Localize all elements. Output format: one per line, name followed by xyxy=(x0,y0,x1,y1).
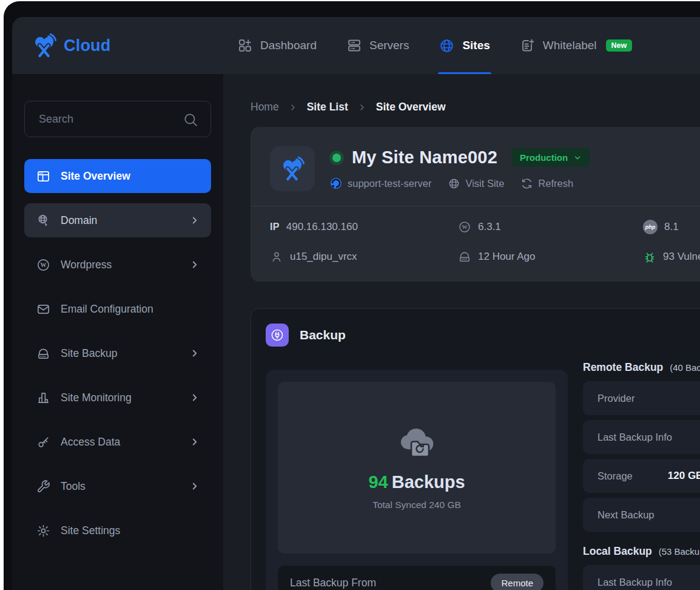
remote-row-last-backup-info[interactable]: Last Backup Info xyxy=(583,420,700,454)
chevron-right-icon xyxy=(189,348,200,359)
backup-synced: Total Synced 240 GB xyxy=(372,500,461,510)
sidebar-item-label: Site Overview xyxy=(61,170,130,183)
refresh-icon xyxy=(521,178,533,189)
sidebar-item-label: Wordpress xyxy=(61,259,112,271)
site-overview-card: My Site Name002 Production xyxy=(251,127,700,282)
row-label: Last Backup Info xyxy=(597,577,672,588)
sidebar-item-domain[interactable]: Domain xyxy=(24,203,211,237)
sidebar-item-access-data[interactable]: Access Data xyxy=(24,425,211,459)
app-frame: Cloud Dashboard xyxy=(12,17,700,590)
breadcrumb-home[interactable]: Home xyxy=(251,101,279,114)
globe-icon xyxy=(448,178,460,189)
backup-drive-icon xyxy=(36,347,50,361)
breadcrumb-current: Site Overview xyxy=(376,101,446,114)
search-box xyxy=(24,101,211,137)
sidebar-item-email-configuration[interactable]: Email Configuration xyxy=(24,292,211,326)
dashboard-icon xyxy=(238,38,252,53)
wrench-icon xyxy=(36,480,50,493)
nav-sites[interactable]: Sites xyxy=(439,17,490,74)
php-version-value: 8.1 xyxy=(664,221,679,233)
chevron-right-icon xyxy=(357,103,367,112)
xcloud-logo-icon xyxy=(30,33,58,58)
vulnerabilities-value: 93 Vulnerabilities xyxy=(663,251,700,263)
site-overview-icon xyxy=(36,169,50,183)
sidebar-item-site-monitoring[interactable]: Site Monitoring xyxy=(24,381,211,415)
sidebar-item-site-backup[interactable]: Site Backup xyxy=(24,336,211,370)
backup-plug-icon xyxy=(266,324,289,347)
refresh-label: Refresh xyxy=(538,178,573,189)
sidebar: Site Overview Domain xyxy=(12,74,223,590)
environment-badge[interactable]: Production xyxy=(512,148,590,167)
environment-label: Production xyxy=(520,152,568,163)
server-name: support-test-server xyxy=(348,178,431,189)
remote-backup-title: Remote Backup xyxy=(583,361,663,373)
remote-row-storage[interactable]: Storage 120 GB xyxy=(583,459,700,493)
row-label: Last Backup Info xyxy=(597,432,672,443)
sidebar-item-label: Tools xyxy=(61,480,86,493)
remote-backup-count: (40 Backups) xyxy=(670,362,700,373)
stat-db-user: u15_dipu_vrcx xyxy=(270,250,458,263)
ip-value: 490.16.130.160 xyxy=(286,221,358,233)
nav-label: Whitelabel xyxy=(543,39,597,52)
backup-summary-panel: 94Backups Total Synced 240 GB xyxy=(278,382,556,554)
user-icon xyxy=(270,250,283,263)
storage-value: 120 GB xyxy=(668,470,700,482)
domain-icon xyxy=(36,214,50,228)
breadcrumb-site-list[interactable]: Site List xyxy=(307,101,348,114)
bug-icon xyxy=(643,250,656,263)
key-icon xyxy=(36,435,50,449)
chevron-right-icon xyxy=(189,436,200,447)
nav-dashboard[interactable]: Dashboard xyxy=(238,17,317,74)
row-label: Storage xyxy=(597,470,633,482)
brand-logo[interactable]: Cloud xyxy=(12,17,223,74)
cloud-folder-icon xyxy=(395,425,438,460)
stat-wp-version: W 6.3.1 xyxy=(458,220,643,234)
chevron-right-icon xyxy=(189,481,200,492)
search-icon[interactable] xyxy=(183,112,198,127)
site-stats: IP 490.16.130.160 W 6.3.1 xyxy=(251,206,700,282)
local-backup-count: (53 Backups) xyxy=(659,546,700,557)
gear-icon xyxy=(36,524,50,538)
refresh-button[interactable]: Refresh xyxy=(521,178,573,189)
nav-label: Dashboard xyxy=(260,39,317,52)
backup-drive-icon xyxy=(458,250,471,263)
wp-version-value: 6.3.1 xyxy=(478,221,501,233)
nav-label: Sites xyxy=(462,39,490,52)
server-link[interactable]: support-test-server xyxy=(330,177,431,189)
backup-summary-card: 94Backups Total Synced 240 GB Last Backu… xyxy=(266,370,568,590)
brand-name: Cloud xyxy=(64,36,110,55)
sidebar-item-site-settings[interactable]: Site Settings xyxy=(24,514,211,548)
sidebar-item-label: Access Data xyxy=(61,436,120,449)
nav-servers[interactable]: Servers xyxy=(347,17,409,74)
last-backup-from-badge: Remote xyxy=(491,574,544,590)
nav-label: Servers xyxy=(369,39,409,52)
remote-row-provider[interactable]: Provider xyxy=(583,381,700,415)
chevron-down-icon xyxy=(573,154,582,162)
xcloud-logo-icon xyxy=(278,156,306,181)
visit-site-button[interactable]: Visit Site xyxy=(448,178,504,189)
main-content: Home Site List Site Overview xyxy=(223,74,700,590)
site-title: My Site Name002 xyxy=(352,148,497,168)
backup-card: Backup xyxy=(251,308,700,590)
nav-whitelabel[interactable]: Whitelabel New xyxy=(520,17,632,74)
local-backup-title: Local Backup xyxy=(583,545,652,557)
last-backup-age: 12 Hour Ago xyxy=(478,251,536,263)
top-header: Cloud Dashboard xyxy=(12,17,700,74)
breadcrumb: Home Site List Site Overview xyxy=(251,101,700,114)
sidebar-item-site-overview[interactable]: Site Overview xyxy=(24,159,211,193)
site-status-dot xyxy=(332,154,341,162)
sidebar-item-label: Site Backup xyxy=(61,347,117,360)
row-label: Provider xyxy=(597,393,634,404)
sidebar-item-wordpress[interactable]: W Wordpress xyxy=(24,248,211,282)
backup-title: Backup xyxy=(300,328,346,342)
stat-php-version: php 8.1 xyxy=(643,220,700,234)
sidebar-item-tools[interactable]: Tools xyxy=(24,469,211,503)
wordpress-icon: W xyxy=(458,220,471,234)
remote-row-next-backup[interactable]: Next Backup xyxy=(583,498,700,532)
visit-site-label: Visit Site xyxy=(465,178,504,189)
local-row-last-backup-info[interactable]: Last Backup Info xyxy=(583,565,700,590)
site-card-header: My Site Name002 Production xyxy=(251,127,700,206)
envelope-icon xyxy=(36,302,50,316)
wordpress-icon: W xyxy=(36,258,50,272)
local-backup-heading: Local Backup (53 Backups) xyxy=(583,545,700,558)
